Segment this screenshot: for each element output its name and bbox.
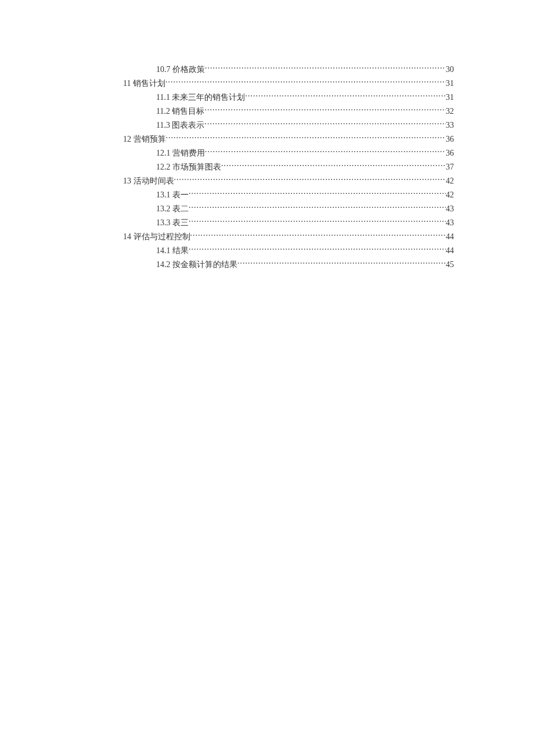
toc-label: 10.7 价格政策 [156,63,205,77]
toc-page: 43 [446,202,454,216]
toc-page: 31 [446,91,454,105]
toc-label: 14 评估与过程控制 [123,230,190,244]
toc-dots [204,106,446,114]
toc-dots [245,92,446,100]
toc-page: 43 [446,216,454,230]
table-of-contents: 10.7 价格政策 30 11 销售计划 31 11.1 未来三年的销售计划 3… [80,63,454,272]
toc-entry: 12 营销预算 36 [80,132,454,146]
toc-entry: 11.1 未来三年的销售计划 31 [80,91,454,105]
toc-page: 31 [446,77,454,91]
toc-page: 30 [446,63,454,77]
toc-entry: 14.1 结果 44 [80,244,454,258]
toc-label: 13 活动时间表 [123,174,174,188]
toc-dots [165,78,446,86]
toc-page: 44 [446,244,454,258]
toc-entry: 10.7 价格政策 30 [80,63,454,77]
toc-entry: 13.3 表三 43 [80,216,454,230]
toc-page: 37 [446,160,454,174]
toc-label: 13.3 表三 [156,216,189,230]
toc-dots [189,203,446,211]
toc-page: 36 [446,132,454,146]
toc-entry: 14 评估与过程控制 44 [80,230,454,244]
toc-entry: 11 销售计划 31 [80,77,454,91]
toc-page: 44 [446,230,454,244]
toc-dots [205,147,446,156]
toc-entry: 13 活动时间表 42 [80,174,454,188]
toc-label: 12.1 营销费用 [156,146,205,160]
toc-dots [237,259,446,267]
toc-label: 11.1 未来三年的销售计划 [156,91,245,105]
toc-entry: 11.3 图表表示 33 [80,118,454,132]
toc-dots [221,161,446,170]
toc-entry: 12.2 市场预算图表 37 [80,160,454,174]
toc-label: 14.2 按金额计算的结果 [156,258,237,272]
toc-label: 13.1 表一 [156,188,189,202]
toc-entry: 13.2 表二 43 [80,202,454,216]
toc-dots [166,134,446,142]
toc-dots [204,120,446,128]
toc-page: 45 [446,258,454,272]
toc-label: 13.2 表二 [156,202,189,216]
toc-dots [189,217,446,225]
toc-label: 11.3 图表表示 [156,118,204,132]
toc-page: 32 [446,105,454,118]
toc-entry: 14.2 按金额计算的结果 45 [80,258,454,272]
toc-label: 12 营销预算 [123,132,166,146]
toc-entry: 13.1 表一 42 [80,188,454,202]
toc-dots [205,64,446,72]
toc-page: 36 [446,146,454,160]
toc-label: 14.1 结果 [156,244,189,258]
toc-dots [189,189,446,197]
toc-label: 12.2 市场预算图表 [156,160,221,174]
toc-page: 42 [446,174,454,188]
toc-label: 11.2 销售目标 [156,105,204,118]
toc-dots [174,175,446,183]
toc-label: 11 销售计划 [123,77,165,91]
toc-page: 33 [446,118,454,132]
toc-page: 42 [446,188,454,202]
toc-dots [189,245,446,253]
toc-entry: 11.2 销售目标 32 [80,105,454,118]
toc-dots [190,231,446,239]
toc-entry: 12.1 营销费用 36 [80,146,454,160]
